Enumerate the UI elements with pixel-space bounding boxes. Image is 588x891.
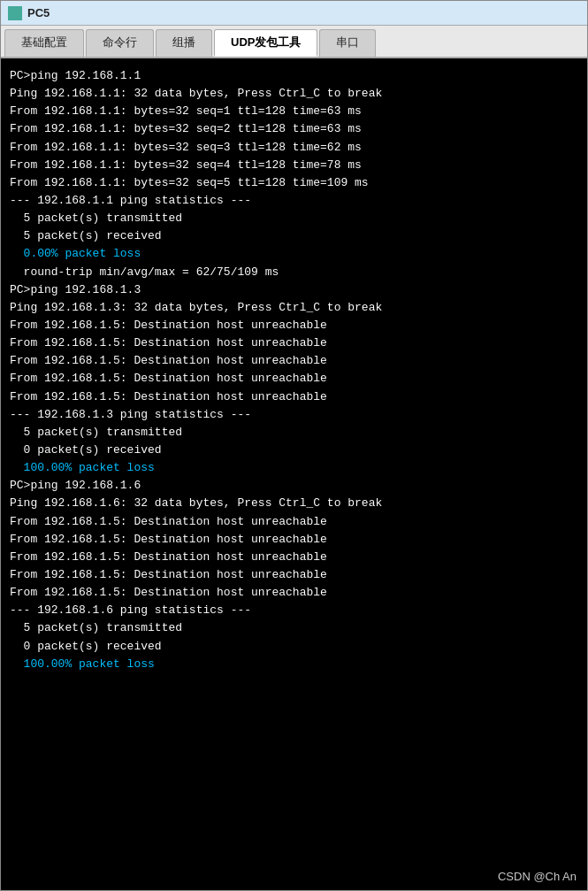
watermark: CSDN @Ch An xyxy=(498,870,577,883)
tab-serial[interactable]: 串口 xyxy=(319,29,376,57)
window-title: PC5 xyxy=(27,6,50,19)
tab-basic-config[interactable]: 基础配置 xyxy=(4,29,84,57)
tab-command-line[interactable]: 命令行 xyxy=(86,29,154,57)
tab-udp-tool[interactable]: UDP发包工具 xyxy=(214,29,317,57)
terminal-output: PC>ping 192.168.1.1Ping 192.168.1.1: 32 … xyxy=(10,67,578,673)
terminal-area: PC>ping 192.168.1.1Ping 192.168.1.1: 32 … xyxy=(1,58,587,890)
title-bar: PC5 xyxy=(1,1,587,26)
window-icon xyxy=(8,6,22,20)
tab-bar: 基础配置 命令行 组播 UDP发包工具 串口 xyxy=(1,26,587,58)
tab-multicast[interactable]: 组播 xyxy=(156,29,212,57)
window: PC5 基础配置 命令行 组播 UDP发包工具 串口 PC>ping 192.1… xyxy=(0,0,588,891)
